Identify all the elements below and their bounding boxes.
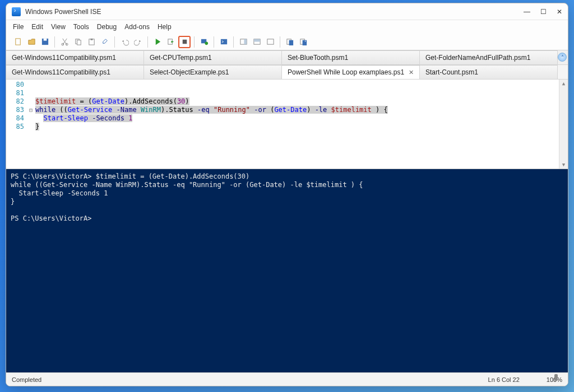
menu-file[interactable]: File: [13, 23, 24, 31]
copy-icon[interactable]: [72, 36, 84, 48]
open-icon[interactable]: [25, 36, 38, 48]
maximize-button[interactable]: ☐: [540, 8, 547, 16]
editor-scrollbar[interactable]: ▲ ▼: [559, 80, 568, 169]
run-selection-icon[interactable]: [165, 36, 177, 48]
svg-point-4: [66, 43, 68, 45]
zoom-slider[interactable]: [530, 376, 536, 383]
show-command-icon[interactable]: [284, 36, 296, 48]
console-pane[interactable]: PS C:\Users\VictorA> $timelimit = (Get-D…: [6, 169, 568, 372]
new-icon[interactable]: [12, 36, 24, 48]
menu-view[interactable]: View: [51, 23, 66, 31]
menu-addons[interactable]: Add-ons: [124, 23, 150, 31]
tab-file-6[interactable]: Select-ObjectExample.ps1: [144, 65, 282, 79]
svg-point-3: [61, 43, 63, 45]
line-gutter: 808182838485: [6, 80, 27, 169]
tab-file-8[interactable]: Start-Count.psm1: [420, 65, 558, 79]
toolbar-separator: [280, 36, 280, 48]
powershell-icon[interactable]: [217, 36, 230, 48]
tab-file-3[interactable]: Set-BlueTooth.psm1: [282, 50, 420, 64]
scroll-down-icon[interactable]: ▼: [561, 161, 566, 169]
toolbar-separator: [147, 36, 148, 48]
tab-label: PowerShell While Loop examplaes.ps1: [288, 68, 404, 76]
svg-rect-8: [90, 39, 92, 40]
save-icon[interactable]: [39, 36, 51, 48]
window-controls: — ☐ ✕: [524, 8, 562, 16]
status-text: Completed: [12, 376, 41, 383]
minimize-button[interactable]: —: [524, 8, 530, 16]
toolbar-separator: [114, 36, 115, 48]
svg-rect-2: [43, 39, 47, 41]
undo-icon[interactable]: [118, 36, 131, 48]
tab-label: Get-Windows11Compatibility.ps1: [12, 68, 110, 76]
tab-label: Set-BlueTooth.psm1: [288, 54, 348, 62]
upper-tabs-row: Get-Windows11Compatibility.psm1 Get-CPUT…: [6, 50, 568, 65]
lower-tabs-row: Get-Windows11Compatibility.ps1 Select-Ob…: [6, 65, 568, 80]
svg-point-12: [205, 42, 208, 45]
toolbar: +: [6, 34, 568, 50]
tab-file-1[interactable]: Get-Windows11Compatibility.psm1: [6, 50, 144, 64]
titlebar: Windows PowerShell ISE — ☐ ✕: [6, 3, 568, 20]
layout-top-icon[interactable]: [251, 36, 263, 48]
script-editor[interactable]: 808182838485 ⊟ $timelimit = (Get-Date).A…: [6, 80, 568, 169]
layout-right-icon[interactable]: [237, 36, 249, 48]
svg-rect-18: [267, 39, 273, 44]
svg-rect-17: [253, 39, 260, 42]
toolbar-separator: [54, 36, 55, 48]
paste-icon[interactable]: [85, 36, 98, 48]
fold-column: ⊟: [27, 80, 34, 169]
tab-file-7-active[interactable]: PowerShell While Loop examplaes.ps1 ✕: [282, 65, 420, 79]
tab-label: Get-CPUTemp.psm1: [150, 54, 212, 62]
scroll-up-icon[interactable]: ▲: [561, 80, 566, 87]
svg-rect-0: [15, 39, 20, 45]
close-tab-icon[interactable]: ✕: [405, 69, 414, 76]
menu-help[interactable]: Help: [158, 23, 172, 31]
tab-file-5[interactable]: Get-Windows11Compatibility.ps1: [6, 65, 144, 79]
tab-file-4[interactable]: Get-FolderNameAndFullPath.psm1: [420, 50, 558, 64]
redo-icon[interactable]: [132, 36, 144, 48]
close-button[interactable]: ✕: [557, 8, 562, 16]
ise-window: Windows PowerShell ISE — ☐ ✕ File Edit V…: [6, 3, 568, 386]
collapse-script-pane-icon[interactable]: ˄: [558, 53, 567, 62]
show-command-addon-icon[interactable]: +: [297, 36, 309, 48]
menu-edit[interactable]: Edit: [31, 23, 43, 31]
svg-rect-20: [289, 40, 293, 45]
tab-file-2[interactable]: Get-CPUTemp.psm1: [144, 50, 282, 64]
menu-tools[interactable]: Tools: [73, 23, 89, 31]
code-area[interactable]: $timelimit = (Get-Date).AddSeconds(30) w…: [34, 80, 568, 169]
run-icon[interactable]: [151, 36, 164, 48]
cut-icon[interactable]: [58, 36, 71, 48]
svg-rect-15: [244, 39, 247, 44]
window-title: Windows PowerShell ISE: [25, 8, 524, 16]
tab-label: Get-FolderNameAndFullPath.psm1: [425, 54, 530, 62]
tab-label: Select-ObjectExample.ps1: [150, 68, 229, 76]
menu-debug[interactable]: Debug: [97, 23, 117, 31]
stop-icon[interactable]: [178, 36, 191, 48]
svg-text:+: +: [304, 40, 306, 43]
layout-max-icon[interactable]: [264, 36, 276, 48]
app-icon: [12, 7, 21, 16]
svg-rect-10: [182, 40, 187, 44]
cursor-position: Ln 6 Col 22: [488, 376, 520, 383]
clear-icon[interactable]: [99, 36, 111, 48]
svg-rect-13: [220, 39, 226, 44]
menu-bar: File Edit View Tools Debug Add-ons Help: [6, 20, 568, 34]
tab-label: Start-Count.psm1: [425, 68, 478, 76]
toolbar-separator: [214, 36, 214, 48]
tab-label: Get-Windows11Compatibility.psm1: [12, 54, 116, 62]
toolbar-separator: [194, 36, 195, 48]
new-remote-icon[interactable]: [198, 36, 210, 48]
toolbar-separator: [233, 36, 234, 48]
status-bar: Completed Ln 6 Col 22 100%: [6, 372, 568, 386]
svg-rect-6: [77, 40, 81, 45]
